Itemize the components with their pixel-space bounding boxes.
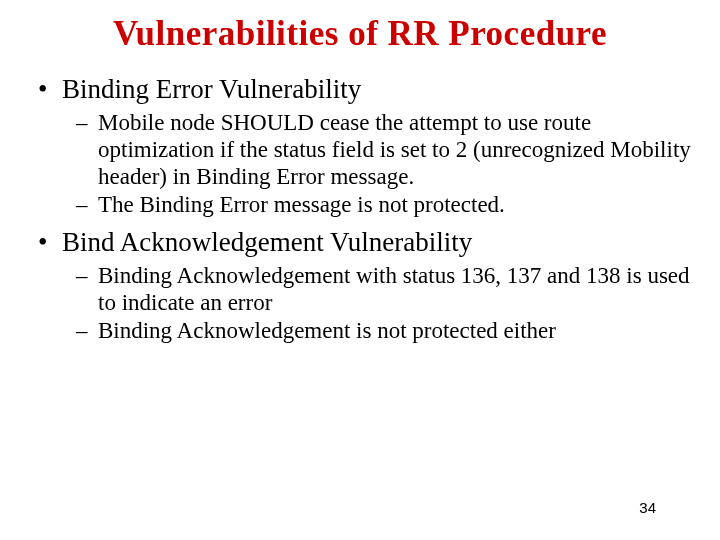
bullet-text: Binding Acknowledgement with status 136,… xyxy=(98,262,692,316)
slide: Vulnerabilities of RR Procedure • Bindin… xyxy=(0,0,720,540)
bullet-marker: – xyxy=(76,191,98,218)
bullet-marker: – xyxy=(76,262,98,316)
bullet-text: Bind Acknowledgement Vulnerability xyxy=(62,227,692,258)
bullet-level2: – Mobile node SHOULD cease the attempt t… xyxy=(76,109,692,190)
bullet-level2: – Binding Acknowledgement with status 13… xyxy=(76,262,692,316)
bullet-text: The Binding Error message is not protect… xyxy=(98,191,692,218)
bullet-level1: • Binding Error Vulnerability xyxy=(38,74,692,105)
bullet-text: Mobile node SHOULD cease the attempt to … xyxy=(98,109,692,190)
bullet-text: Binding Acknowledgement is not protected… xyxy=(98,317,692,344)
bullet-level1: • Bind Acknowledgement Vulnerability xyxy=(38,227,692,258)
page-number: 34 xyxy=(639,499,656,516)
bullet-marker: • xyxy=(38,227,62,258)
bullet-level2: – Binding Acknowledgement is not protect… xyxy=(76,317,692,344)
bullet-marker: • xyxy=(38,74,62,105)
bullet-marker: – xyxy=(76,109,98,190)
bullet-level2: – The Binding Error message is not prote… xyxy=(76,191,692,218)
slide-title: Vulnerabilities of RR Procedure xyxy=(28,14,692,54)
bullet-text: Binding Error Vulnerability xyxy=(62,74,692,105)
bullet-marker: – xyxy=(76,317,98,344)
